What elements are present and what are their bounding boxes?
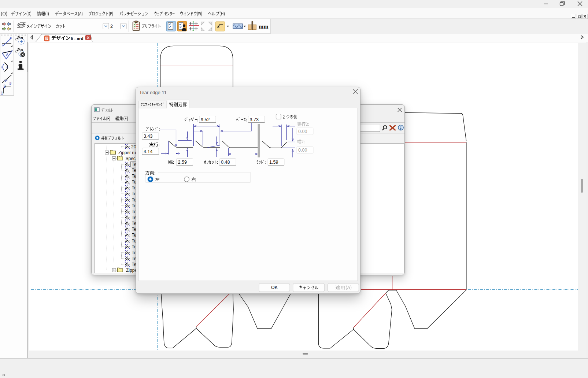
svg-text:0.48: 0.48 <box>221 160 230 165</box>
svg-text:3: 3 <box>9 81 11 85</box>
svg-text:3.43: 3.43 <box>144 134 152 139</box>
svg-text:mm: mm <box>259 23 269 30</box>
svg-text:0.00: 0.00 <box>298 129 307 134</box>
svg-text:2: 2 <box>110 24 113 29</box>
svg-text:2: 2 <box>3 84 5 88</box>
svg-text:2.59: 2.59 <box>178 160 187 165</box>
svg-text:1.59: 1.59 <box>269 160 278 165</box>
svg-text:4.14: 4.14 <box>144 149 152 154</box>
svg-text:5 - ard: 5 - ard <box>71 36 84 41</box>
svg-text:0.00: 0.00 <box>298 148 307 153</box>
svg-text:OK: OK <box>271 285 278 290</box>
svg-text:9.52: 9.52 <box>201 117 210 122</box>
svg-text:3.73: 3.73 <box>250 117 259 122</box>
svg-text:1: 1 <box>1 91 3 95</box>
